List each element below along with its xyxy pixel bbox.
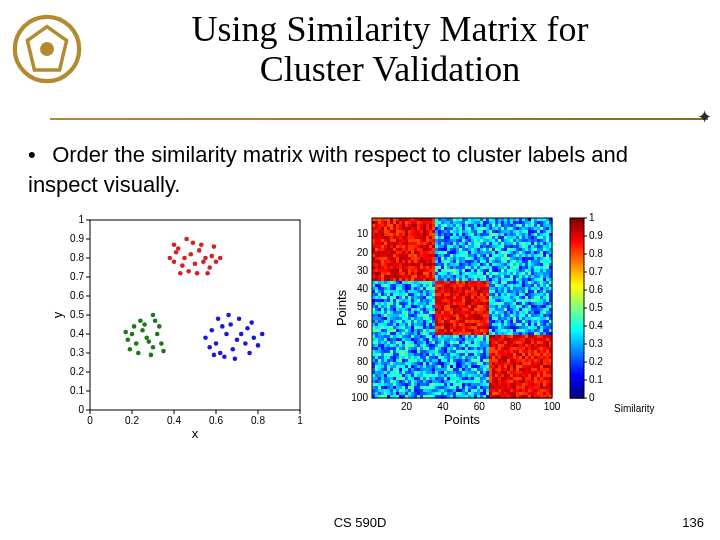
heatmap-cell	[474, 362, 477, 365]
heatmap-cell	[480, 314, 483, 317]
heatmap-cell	[531, 335, 534, 338]
heatmap-cell	[390, 269, 393, 272]
heatmap-cell	[414, 314, 417, 317]
heatmap-cell	[498, 311, 501, 314]
heatmap-cell	[459, 377, 462, 380]
heatmap-cell	[429, 338, 432, 341]
heatmap-cell	[417, 248, 420, 251]
heatmap-cell	[396, 338, 399, 341]
heatmap-cell	[543, 332, 546, 335]
heatmap-cell	[534, 290, 537, 293]
heatmap-cell	[522, 320, 525, 323]
heatmap-cell	[546, 305, 549, 308]
heatmap-cell	[483, 227, 486, 230]
heatmap-cell	[441, 224, 444, 227]
heatmap-cell	[414, 344, 417, 347]
heatmap-cell	[513, 278, 516, 281]
heatmap-cell	[480, 389, 483, 392]
heatmap-cell	[483, 257, 486, 260]
heatmap-cell	[480, 332, 483, 335]
heatmap-cell	[501, 341, 504, 344]
heatmap-cell	[459, 386, 462, 389]
heatmap-cell	[444, 278, 447, 281]
heatmap-cell	[519, 308, 522, 311]
heatmap-cell	[423, 341, 426, 344]
heatmap-cell	[507, 227, 510, 230]
heatmap-cell	[444, 272, 447, 275]
heatmap-cell	[441, 284, 444, 287]
scatter-xtick: 0	[87, 415, 93, 426]
heatmap-cell	[519, 287, 522, 290]
heatmap-cell	[447, 362, 450, 365]
heatmap-cell	[420, 371, 423, 374]
heatmap-cell	[393, 356, 396, 359]
heatmap-cell	[390, 356, 393, 359]
heatmap-cell	[411, 257, 414, 260]
heatmap-cell	[504, 260, 507, 263]
heatmap-cell	[504, 284, 507, 287]
heatmap-cell	[381, 287, 384, 290]
heatmap-cell	[504, 218, 507, 221]
heatmap-cell	[471, 392, 474, 395]
heatmap-cell	[465, 287, 468, 290]
heatmap-cell	[405, 353, 408, 356]
heatmap-cell	[468, 344, 471, 347]
heatmap-cell	[390, 287, 393, 290]
heatmap-cell	[501, 272, 504, 275]
heatmap-cell	[498, 317, 501, 320]
heatmap-cell	[522, 305, 525, 308]
heatmap-cell	[384, 311, 387, 314]
heatmap-cell	[540, 302, 543, 305]
heatmap-cell	[534, 305, 537, 308]
heatmap-cell	[393, 275, 396, 278]
heatmap-cell	[474, 254, 477, 257]
heatmap-cell	[426, 281, 429, 284]
heatmap-cell	[543, 236, 546, 239]
scatter-point	[180, 263, 185, 268]
heatmap-cell	[393, 317, 396, 320]
heatmap-cell	[438, 317, 441, 320]
heatmap-cell	[486, 359, 489, 362]
heatmap-cell	[408, 254, 411, 257]
scatter-xtick: 0.2	[125, 415, 139, 426]
heatmap-cell	[414, 227, 417, 230]
heatmap-cell	[420, 332, 423, 335]
heatmap-cell	[471, 257, 474, 260]
heatmap-cell	[486, 263, 489, 266]
heatmap-cell	[435, 314, 438, 317]
heatmap-cell	[483, 302, 486, 305]
heatmap-ytick: 90	[357, 374, 369, 385]
heatmap-cell	[528, 233, 531, 236]
heatmap-cell	[522, 266, 525, 269]
heatmap-cell	[423, 272, 426, 275]
heatmap-cell	[375, 290, 378, 293]
heatmap-cell	[378, 275, 381, 278]
heatmap-cell	[417, 350, 420, 353]
heatmap-cell	[408, 257, 411, 260]
heatmap-cell	[531, 278, 534, 281]
heatmap-cell	[432, 266, 435, 269]
heatmap-cell	[489, 356, 492, 359]
heatmap-cell	[459, 263, 462, 266]
heatmap-cell	[381, 302, 384, 305]
heatmap-cell	[498, 275, 501, 278]
heatmap-cell	[474, 278, 477, 281]
heatmap-cell	[540, 341, 543, 344]
heatmap-cell	[381, 341, 384, 344]
heatmap-cell	[507, 230, 510, 233]
heatmap-cell	[441, 362, 444, 365]
heatmap-cell	[513, 218, 516, 221]
heatmap-cell	[435, 320, 438, 323]
heatmap-cell	[405, 374, 408, 377]
heatmap-cell	[384, 377, 387, 380]
heatmap-cell	[384, 362, 387, 365]
similarity-heatmap: 20406080100102030405060708090100PointsPo…	[334, 210, 674, 440]
heatmap-cell	[537, 353, 540, 356]
heatmap-cell	[492, 269, 495, 272]
heatmap-cell	[504, 281, 507, 284]
heatmap-cell	[459, 359, 462, 362]
scatter-point	[228, 322, 233, 327]
heatmap-cell	[444, 320, 447, 323]
heatmap-cell	[504, 287, 507, 290]
heatmap-cell	[522, 251, 525, 254]
